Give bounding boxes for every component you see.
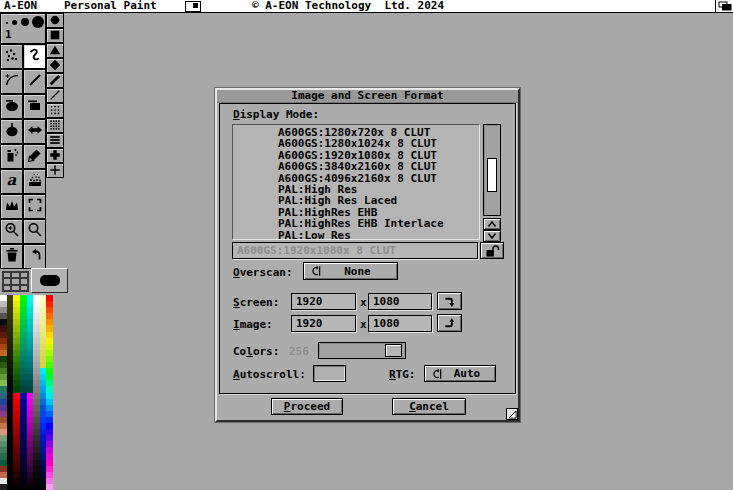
line-icon bbox=[27, 72, 43, 92]
screen-title-bar[interactable]: A-EON Personal Paint © A-EON Technology … bbox=[0, 0, 733, 13]
tool-undo[interactable] bbox=[23, 244, 46, 269]
tool-polygon[interactable] bbox=[23, 119, 46, 144]
brush-dot-2[interactable] bbox=[12, 20, 17, 25]
brackets-icon bbox=[27, 197, 43, 217]
image-size-separator: x bbox=[360, 319, 367, 331]
squiggle-icon bbox=[27, 47, 43, 67]
rtg-label: RTG: bbox=[389, 369, 416, 381]
scroll-down-button[interactable] bbox=[483, 230, 501, 242]
arrow-curve-up-icon bbox=[443, 317, 456, 330]
brush-blob bbox=[40, 275, 60, 286]
arrow-curve-down-icon bbox=[443, 295, 456, 308]
tool-ellipse[interactable] bbox=[0, 119, 23, 144]
palette-swatch[interactable] bbox=[13, 484, 20, 490]
pattern-cell[interactable] bbox=[11, 285, 19, 291]
dialog-title-bar[interactable]: Image and Screen Format bbox=[217, 90, 518, 103]
poly-icon bbox=[27, 122, 43, 142]
colors-value: 256 bbox=[289, 346, 309, 358]
dialog-resize-gadget[interactable] bbox=[506, 408, 518, 420]
brush-size-selector[interactable]: 1 bbox=[0, 13, 46, 44]
autoscroll-checkbox[interactable] bbox=[313, 365, 346, 382]
overscan-label: Overscan: bbox=[233, 267, 293, 279]
tool-filled-ellipse[interactable] bbox=[0, 94, 23, 119]
palette-swatch[interactable] bbox=[40, 484, 47, 490]
pattern-cell[interactable] bbox=[3, 285, 11, 291]
tool-palette: a bbox=[0, 44, 46, 269]
brush-dot-3[interactable] bbox=[21, 18, 29, 26]
tool-gradient[interactable] bbox=[23, 169, 46, 194]
curve-icon bbox=[4, 72, 20, 92]
pattern-cell[interactable] bbox=[20, 285, 28, 291]
screen-size-separator: x bbox=[360, 297, 367, 309]
zoomplus-icon bbox=[4, 222, 20, 242]
dither-icon bbox=[27, 172, 43, 192]
crown-icon bbox=[4, 197, 20, 217]
resize-icon bbox=[508, 410, 517, 419]
text-icon: a bbox=[4, 172, 20, 192]
color-palette bbox=[0, 295, 53, 490]
screen-width-input[interactable] bbox=[291, 293, 356, 310]
current-brush-preview[interactable] bbox=[31, 268, 68, 293]
tool-brush[interactable] bbox=[0, 194, 23, 219]
screen-height-input[interactable] bbox=[368, 293, 432, 310]
rtg-value: Auto bbox=[443, 367, 495, 380]
tool-filled-rectangle[interactable] bbox=[23, 94, 46, 119]
mode-item[interactable]: A600GS:3840x2160x 8 CLUT bbox=[273, 161, 479, 172]
colors-slider[interactable] bbox=[318, 342, 406, 359]
palette-swatch[interactable] bbox=[7, 484, 14, 490]
cancel-button[interactable]: Cancel bbox=[392, 398, 466, 415]
dialog-title: Image and Screen Format bbox=[291, 89, 443, 102]
brush-dot-1[interactable] bbox=[6, 22, 8, 24]
brush-dot-4[interactable] bbox=[32, 16, 44, 28]
tool-flood-fill[interactable] bbox=[23, 144, 46, 169]
scrollbar-thumb[interactable] bbox=[487, 158, 497, 192]
colors-slider-thumb[interactable] bbox=[385, 344, 402, 357]
tool-line[interactable] bbox=[23, 69, 46, 94]
tool-freehand[interactable] bbox=[23, 44, 46, 69]
palette-swatch[interactable] bbox=[46, 484, 53, 490]
tool-magnify[interactable] bbox=[23, 219, 46, 244]
display-mode-label: Display Mode: bbox=[233, 109, 319, 121]
tool-text[interactable]: a bbox=[0, 169, 23, 194]
overscan-cycle[interactable]: None bbox=[303, 262, 398, 280]
tool-airbrush[interactable] bbox=[0, 144, 23, 169]
filled-ellipse-icon bbox=[4, 97, 20, 117]
mode-lock-button[interactable] bbox=[480, 242, 504, 259]
image-height-input[interactable] bbox=[368, 315, 432, 332]
brush-size-label: 1 bbox=[5, 29, 12, 41]
mode-item[interactable]: PAL:HighRes EHB Interlace bbox=[273, 218, 479, 229]
tool-define-brush[interactable] bbox=[23, 194, 46, 219]
tool-zoom-in[interactable] bbox=[0, 219, 23, 244]
chevron-down-icon bbox=[487, 232, 497, 240]
builtin-brush-column bbox=[46, 13, 64, 178]
window-icon[interactable] bbox=[185, 1, 201, 12]
copyright-text: © A-EON Technology Ltd. 2024 bbox=[252, 0, 444, 12]
screen-depth-gadget[interactable] bbox=[715, 0, 733, 12]
svg-text:a: a bbox=[6, 172, 16, 188]
copy-image-to-screen-button[interactable] bbox=[437, 314, 462, 332]
ellipse-icon bbox=[4, 122, 20, 142]
fill-icon bbox=[27, 147, 43, 167]
image-width-input[interactable] bbox=[291, 315, 356, 332]
undo-icon bbox=[27, 247, 43, 267]
mode-list-scrollbar[interactable] bbox=[483, 124, 501, 216]
pattern-selector[interactable] bbox=[2, 271, 29, 292]
selected-mode-field[interactable] bbox=[232, 242, 478, 259]
copy-screen-to-image-button[interactable] bbox=[437, 292, 462, 310]
image-label: Image: bbox=[233, 319, 273, 331]
scroll-up-button[interactable] bbox=[483, 218, 501, 230]
palette-swatch[interactable] bbox=[33, 484, 40, 490]
autoscroll-label: Autoscroll: bbox=[233, 369, 306, 381]
palette-swatch[interactable] bbox=[20, 484, 27, 490]
tool-clear[interactable] bbox=[0, 244, 23, 269]
proceed-button[interactable]: Proceed bbox=[271, 398, 343, 415]
thin-cross-brush[interactable] bbox=[46, 163, 64, 178]
rtg-cycle[interactable]: Auto bbox=[424, 365, 496, 382]
tool-curve[interactable] bbox=[0, 69, 23, 94]
dots-icon bbox=[4, 47, 20, 67]
tool-dotted-freehand[interactable] bbox=[0, 44, 23, 69]
overscan-value: None bbox=[322, 265, 397, 278]
palette-swatch[interactable] bbox=[27, 484, 34, 490]
palette-swatch[interactable] bbox=[0, 484, 7, 490]
mode-item[interactable]: PAL:Low Res bbox=[273, 230, 479, 240]
